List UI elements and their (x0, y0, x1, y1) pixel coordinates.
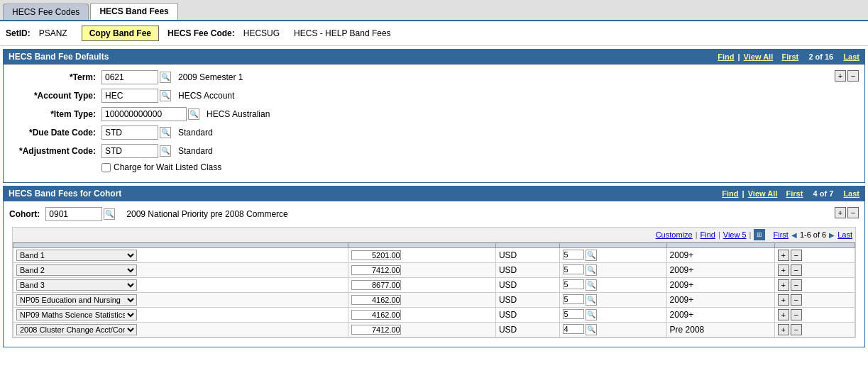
fee-code-value: HECSUG (243, 28, 280, 38)
element-search-icon[interactable]: 🔍 (586, 294, 597, 306)
row-remove-button[interactable]: − (791, 294, 802, 306)
cohort-find-link[interactable]: Find (722, 189, 738, 198)
fee-code-label: HECS Fee Code: (167, 28, 235, 38)
charge-wait-checkbox[interactable] (101, 163, 111, 172)
row-add-button[interactable]: + (778, 264, 789, 276)
due-date-desc: Standard (178, 128, 213, 138)
tab-bar: HECS Fee Codes HECS Band Fees (0, 0, 868, 21)
table-row: Band 3USD🔍2009++− (13, 278, 855, 293)
account-type-row: *Account Type: 🔍 HECS Account (9, 89, 859, 103)
cohort-first-link[interactable]: First (786, 189, 803, 198)
defaults-add-button[interactable]: + (835, 70, 846, 82)
defaults-next-icon[interactable]: ▶ (835, 53, 841, 61)
currency-cell: USD (495, 323, 560, 337)
element-392-input[interactable] (563, 250, 584, 260)
element-search-icon[interactable]: 🔍 (586, 250, 597, 261)
copy-band-fee-button[interactable]: Copy Band Fee (82, 26, 159, 41)
cohort-nav: Find | View All First ◀ 4 of 7 ▶ Last (722, 189, 859, 198)
row-remove-button[interactable]: − (791, 324, 802, 335)
grid-next-icon[interactable]: ▶ (829, 231, 835, 239)
row-add-button[interactable]: + (778, 324, 789, 335)
cohort-input[interactable] (45, 207, 102, 221)
band-id-select[interactable]: Band 3 (16, 279, 137, 291)
grid-view5-link[interactable]: View 5 (723, 230, 747, 239)
table-row: 2008 Cluster Change Acct/CommUSD🔍Pre 200… (13, 323, 855, 337)
term-label: *Term: (9, 72, 101, 82)
band-id-select[interactable]: NP05 Education and Nursing (16, 294, 137, 306)
element-392-input[interactable] (563, 324, 584, 334)
defaults-find-link[interactable]: Find (718, 52, 734, 61)
due-date-input[interactable] (101, 125, 158, 140)
grid-first-label[interactable]: First (774, 230, 789, 239)
defaults-prev-icon[interactable]: ◀ (801, 53, 806, 61)
item-type-input[interactable] (101, 107, 187, 121)
element-search-icon[interactable]: 🔍 (586, 279, 597, 291)
band-id-select[interactable]: Band 2 (16, 264, 137, 276)
grid-prev-icon[interactable]: ◀ (791, 231, 797, 239)
defaults-first-link[interactable]: First (781, 52, 798, 61)
band-charge-input[interactable] (351, 310, 401, 320)
defaults-view-all-link[interactable]: View All (744, 52, 774, 61)
row-add-button[interactable]: + (778, 294, 789, 306)
element-392-input[interactable] (563, 264, 584, 274)
row-actions: +− (774, 263, 855, 278)
band-id-select[interactable]: 2008 Cluster Change Acct/Comm (16, 324, 137, 335)
adjustment-input[interactable] (101, 144, 158, 158)
defaults-remove-button[interactable]: − (847, 70, 859, 82)
element-search-icon[interactable]: 🔍 (586, 264, 597, 276)
cohort-next-icon[interactable]: ▶ (835, 190, 841, 198)
band-charge-input[interactable] (351, 250, 401, 260)
element-search-icon[interactable]: 🔍 (586, 324, 597, 335)
account-type-search-icon[interactable]: 🔍 (160, 90, 171, 101)
band-charge-input[interactable] (351, 265, 401, 275)
band-charge-input[interactable] (351, 280, 401, 290)
cohort-remove-button[interactable]: − (847, 207, 859, 218)
currency-cell: USD (495, 263, 560, 278)
adjustment-search-icon[interactable]: 🔍 (160, 145, 171, 157)
defaults-last-link[interactable]: Last (843, 52, 859, 61)
band-fees-table: Band 1USD🔍2009++−Band 2USD🔍2009++−Band 3… (13, 242, 855, 337)
element-search-icon[interactable]: 🔍 (586, 309, 597, 320)
row-add-button[interactable]: + (778, 250, 789, 261)
band-id-select[interactable]: NP09 Maths Science Statistics (16, 309, 137, 320)
element-392-input[interactable] (563, 279, 584, 289)
band-id-select[interactable]: Band 1 (16, 250, 137, 261)
grid-customize-link[interactable]: Customize (656, 230, 693, 239)
account-type-desc: HECS Account (178, 91, 234, 101)
description-cell: 2009+ (666, 293, 774, 308)
defaults-nav: Find | View All First ◀ 2 of 16 ▶ Last (718, 52, 859, 61)
row-remove-button[interactable]: − (791, 250, 802, 261)
element-392-input[interactable] (563, 294, 584, 304)
row-remove-button[interactable]: − (791, 264, 802, 276)
col-actions (774, 243, 855, 248)
tab-fee-codes[interactable]: HECS Fee Codes (3, 4, 89, 20)
cohort-search-icon[interactable]: 🔍 (104, 208, 115, 220)
item-type-search-icon[interactable]: 🔍 (188, 108, 199, 120)
row-add-button[interactable]: + (778, 279, 789, 291)
cohort-section-header: HECS Band Fees for Cohort Find | View Al… (3, 186, 865, 201)
row-add-button[interactable]: + (778, 309, 789, 320)
element-392-input[interactable] (563, 309, 584, 319)
cohort-title: HECS Band Fees for Cohort (9, 189, 121, 199)
grid-toolbar: Customize | Find | View 5 | ⊞ First ◀ 1-… (13, 228, 855, 242)
cohort-view-all-link[interactable]: View All (748, 189, 778, 198)
row-remove-button[interactable]: − (791, 279, 802, 291)
row-remove-button[interactable]: − (791, 309, 802, 320)
cohort-prev-icon[interactable]: ◀ (805, 190, 811, 198)
term-input[interactable] (101, 70, 158, 84)
cohort-last-link[interactable]: Last (843, 189, 859, 198)
row-actions: +− (774, 278, 855, 293)
setid-value: PSANZ (39, 28, 67, 38)
band-charge-input[interactable] (351, 295, 401, 305)
grid-calendar-icon[interactable]: ⊞ (754, 229, 765, 240)
term-search-icon[interactable]: 🔍 (160, 72, 171, 83)
grid-find-link[interactable]: Find (700, 230, 715, 239)
tab-band-fees[interactable]: HECS Band Fees (90, 3, 177, 20)
cohort-add-button[interactable]: + (835, 207, 846, 218)
account-type-input[interactable] (101, 89, 158, 103)
band-charge-input[interactable] (351, 325, 401, 335)
term-row: *Term: 🔍 2009 Semester 1 (9, 70, 859, 84)
due-date-search-icon[interactable]: 🔍 (160, 127, 171, 138)
row-actions: +− (774, 323, 855, 337)
grid-last-label[interactable]: Last (837, 230, 852, 239)
